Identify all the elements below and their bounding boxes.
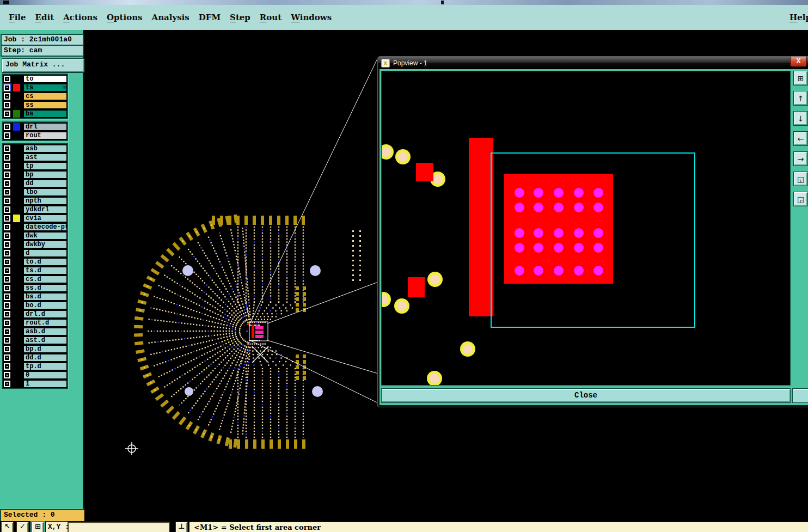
layer-row-lbo[interactable]: lbo <box>3 188 67 197</box>
layer-visibility-checkbox[interactable] <box>4 267 10 274</box>
layer-row-npth[interactable]: npth <box>3 197 67 205</box>
scroll-down-icon[interactable]: ↓ <box>793 111 808 126</box>
layer-visibility-checkbox[interactable] <box>4 111 10 117</box>
layer-visibility-checkbox[interactable] <box>4 180 10 187</box>
layer-visibility-checkbox[interactable] <box>4 172 10 178</box>
xy-coordinate-input[interactable] <box>68 522 170 532</box>
layer-color-swatch[interactable] <box>13 354 20 362</box>
layer-visibility-checkbox[interactable] <box>4 346 10 352</box>
layer-color-swatch[interactable] <box>13 284 20 292</box>
layer-row-asb.d[interactable]: asb.d <box>3 327 67 336</box>
layer-row-ts.d[interactable]: ts.d <box>3 266 67 275</box>
layer-visibility-checkbox[interactable] <box>4 215 10 222</box>
zoom-in-icon[interactable]: ◲ <box>793 192 808 206</box>
job-matrix-button[interactable]: Job Matrix ... <box>2 58 85 72</box>
close-button[interactable]: Close <box>381 388 791 403</box>
layer-visibility-checkbox[interactable] <box>4 363 10 370</box>
layer-color-swatch[interactable] <box>13 132 20 139</box>
layout-panes-icon[interactable]: ⊞ <box>32 522 44 532</box>
layer-visibility-checkbox[interactable] <box>4 241 10 248</box>
layer-color-swatch[interactable] <box>13 75 20 83</box>
layer-visibility-checkbox[interactable] <box>4 198 10 204</box>
layer-row-bp[interactable]: bp <box>3 170 67 179</box>
layer-visibility-checkbox[interactable] <box>4 381 10 387</box>
layer-color-swatch[interactable] <box>13 337 20 344</box>
layer-visibility-checkbox[interactable] <box>4 154 10 161</box>
layer-row-ss[interactable]: ss <box>3 101 67 109</box>
layer-visibility-checkbox[interactable] <box>4 132 10 139</box>
scroll-right-icon[interactable]: → <box>793 151 808 166</box>
layer-color-swatch[interactable] <box>13 215 20 222</box>
menu-item-actions[interactable]: Actions <box>63 13 97 22</box>
layer-row-tp[interactable]: tp <box>3 162 67 170</box>
layer-row-cs.d[interactable]: cs.d <box>3 275 67 284</box>
layer-row-dwkby[interactable]: dwkby <box>3 240 67 249</box>
layer-color-swatch[interactable] <box>13 180 20 187</box>
layer-color-swatch[interactable] <box>13 310 20 318</box>
origin-marker-icon[interactable]: ⊥ <box>175 522 188 532</box>
menu-item-help[interactable]: Help <box>789 5 808 30</box>
scroll-left-icon[interactable]: ← <box>793 131 808 146</box>
layer-color-swatch[interactable] <box>13 380 20 388</box>
layer-color-swatch[interactable] <box>13 232 20 240</box>
layer-visibility-checkbox[interactable] <box>4 285 10 291</box>
layer-row-ast[interactable]: ast <box>3 153 67 162</box>
layer-color-swatch[interactable] <box>13 371 20 379</box>
layer-row-ast.d[interactable]: ast.d <box>3 336 67 345</box>
layer-color-swatch[interactable] <box>13 101 20 109</box>
layer-color-swatch[interactable] <box>13 293 20 301</box>
layer-visibility-checkbox[interactable] <box>4 124 10 130</box>
layer-visibility-checkbox[interactable] <box>4 311 10 317</box>
scroll-up-icon[interactable]: ↑ <box>793 91 808 106</box>
layer-visibility-checkbox[interactable] <box>4 259 10 265</box>
layer-color-swatch[interactable] <box>13 258 20 266</box>
layer-visibility-checkbox[interactable] <box>4 163 10 169</box>
layer-color-swatch[interactable] <box>13 241 20 248</box>
layer-row-ts[interactable]: ts⊞ <box>3 83 67 92</box>
layer-row-ydkdrl[interactable]: ydkdrl <box>3 205 67 214</box>
menu-item-rout[interactable]: Rout <box>260 13 281 22</box>
layer-row-d[interactable]: d <box>3 249 67 258</box>
layer-visibility-checkbox[interactable] <box>4 76 10 82</box>
layer-row-dwk[interactable]: dwk <box>3 231 67 240</box>
layer-visibility-checkbox[interactable] <box>4 328 10 335</box>
layer-visibility-checkbox[interactable] <box>4 84 10 91</box>
layer-color-swatch[interactable] <box>13 188 20 196</box>
zoom-out-icon[interactable]: ◱ <box>793 172 808 186</box>
popview-titlebar[interactable]: x Popview - 1 X <box>378 57 808 69</box>
menu-item-step[interactable]: Step <box>230 13 250 22</box>
menu-item-help[interactable]: Help <box>789 13 808 22</box>
layer-row-1[interactable]: 1 <box>3 380 67 388</box>
layer-visibility-checkbox[interactable] <box>4 224 10 230</box>
layer-color-swatch[interactable] <box>13 249 20 257</box>
layer-visibility-checkbox[interactable] <box>4 250 10 256</box>
layer-row-drl.d[interactable]: drl.d <box>3 310 67 319</box>
layer-row-asb[interactable]: asb <box>3 144 67 153</box>
menu-item-edit[interactable]: Edit <box>35 13 54 22</box>
layer-row-dd[interactable]: dd <box>3 179 67 188</box>
layer-color-swatch[interactable] <box>13 206 20 213</box>
layer-row-datecode-pte[interactable]: datecode-pte <box>3 223 67 231</box>
layer-row-cvia[interactable]: cvia <box>3 214 67 223</box>
layer-color-swatch[interactable] <box>13 154 20 161</box>
layer-color-swatch[interactable] <box>13 110 20 118</box>
layer-color-swatch[interactable] <box>13 145 20 152</box>
layer-visibility-checkbox[interactable] <box>4 293 10 300</box>
menu-item-windows[interactable]: Windows <box>291 13 332 22</box>
layer-row-rout[interactable]: rout <box>3 131 67 140</box>
layer-color-swatch[interactable] <box>13 328 20 335</box>
layer-visibility-checkbox[interactable] <box>4 320 10 326</box>
layer-visibility-checkbox[interactable] <box>4 93 10 100</box>
layer-color-swatch[interactable] <box>13 84 20 91</box>
layer-row-to.d[interactable]: to.d <box>3 258 67 266</box>
layer-color-swatch[interactable] <box>13 223 20 231</box>
layer-visibility-checkbox[interactable] <box>4 102 10 108</box>
menu-item-options[interactable]: Options <box>107 13 143 22</box>
confirm-check-icon[interactable]: ✓ <box>16 522 29 532</box>
popview-canvas[interactable] <box>381 71 791 386</box>
layer-row-to[interactable]: to <box>3 75 67 83</box>
layer-row-bo.d[interactable]: bo.d <box>3 301 67 310</box>
layer-row-cs[interactable]: cs <box>3 92 67 101</box>
menu-item-dfm[interactable]: DFM <box>199 13 221 22</box>
layer-color-swatch[interactable] <box>13 276 20 283</box>
